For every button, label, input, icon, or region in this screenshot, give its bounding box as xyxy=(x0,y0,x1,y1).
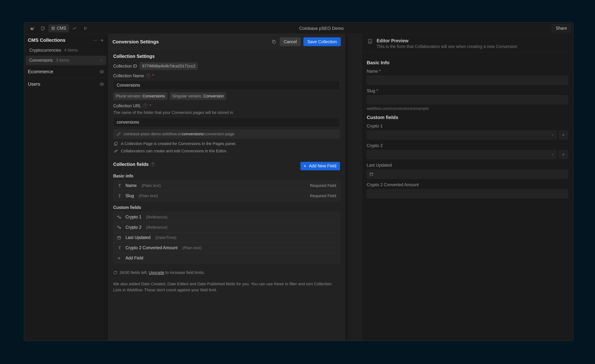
collection-url-description: The name of the folder that your Convers… xyxy=(113,110,340,115)
sidebar-section-ecommerce[interactable]: Ecommerce xyxy=(24,65,108,78)
editor-preview-subtitle: This is the form that Collaborators will… xyxy=(377,44,517,49)
crypto2-amount-label: Crypto 2 Converted Amount xyxy=(367,182,568,187)
cms-nav-button[interactable]: CMS xyxy=(48,24,69,32)
sidebar: CMS Collections Cryptocurrencies 4 items xyxy=(24,34,108,341)
pages-icon xyxy=(113,141,118,146)
play-icon[interactable] xyxy=(80,24,91,32)
wrench-icon xyxy=(113,149,118,153)
collection-name-input[interactable] xyxy=(113,80,340,90)
reference-icon xyxy=(117,215,122,219)
field-row-crypto1[interactable]: Crypto 1 (Reference) xyxy=(113,212,340,222)
svg-point-4 xyxy=(96,40,97,41)
field-row-slug[interactable]: T Slug (Plain text) Required Field xyxy=(113,191,340,201)
crypto2-add-button[interactable] xyxy=(559,150,568,159)
crypto1-select[interactable] xyxy=(367,130,557,140)
url-preview: coinbase-pseo-demo.webflow.io/conversion… xyxy=(113,129,340,139)
eye-icon xyxy=(99,82,104,87)
document-arrow-icon xyxy=(367,38,373,45)
sidebar-section-users[interactable]: Users xyxy=(24,78,108,90)
crypto1-label: Crypto 1 xyxy=(367,124,568,129)
field-row-crypto2[interactable]: Crypto 2 (Reference) xyxy=(113,222,340,232)
svg-point-2 xyxy=(93,40,94,41)
help-icon[interactable]: ? xyxy=(146,74,150,78)
crypto2-amount-input[interactable] xyxy=(367,189,568,198)
crypto1-add-button[interactable] xyxy=(559,130,568,140)
slug-input[interactable] xyxy=(367,95,568,104)
topbar: CMS Coinbase pSEO Demo Share xyxy=(24,23,573,34)
svg-point-5 xyxy=(101,71,103,72)
singular-version-chip[interactable]: Singular version: Conversion xyxy=(170,92,226,100)
svg-point-3 xyxy=(95,40,95,41)
calendar-icon xyxy=(367,169,376,179)
collection-name-label: Collection Name xyxy=(113,73,144,78)
add-collection-icon[interactable] xyxy=(100,38,104,42)
link-icon xyxy=(116,132,121,137)
svg-rect-0 xyxy=(41,27,44,30)
share-button[interactable]: Share xyxy=(552,24,571,32)
plus-icon xyxy=(303,164,307,168)
svg-rect-11 xyxy=(118,226,119,227)
field-row-last-updated[interactable]: Last Updated (Date/Time) xyxy=(113,232,340,243)
info-line-2: Collaborators can create and edit Conver… xyxy=(121,149,227,154)
chevron-down-icon xyxy=(551,133,554,136)
calendar-icon xyxy=(117,236,122,240)
more-icon[interactable] xyxy=(93,38,97,42)
save-collection-button[interactable]: Save Collection xyxy=(303,37,341,46)
help-icon[interactable]: ? xyxy=(143,104,148,108)
refresh-icon xyxy=(113,271,117,275)
last-updated-label: Last Updated xyxy=(367,163,568,168)
app-frame: CMS Coinbase pSEO Demo Share CMS Collect… xyxy=(24,22,573,341)
cms-label: CMS xyxy=(57,26,66,31)
editor-preview-title: Editor Preview xyxy=(377,38,517,43)
name-input[interactable] xyxy=(367,76,568,85)
name-label: Name * xyxy=(367,69,568,74)
svg-rect-12 xyxy=(120,228,121,229)
info-line-1: A Collection Page is created for Convers… xyxy=(121,141,236,146)
collection-item-cryptocurrencies[interactable]: Cryptocurrencies 4 items xyxy=(26,46,106,55)
collection-id-value[interactable]: 6779868a4b4b7dca20171cc2 xyxy=(140,62,198,70)
field-row-crypto2-amount[interactable]: T Crypto 2 Converted Amount (Plain text) xyxy=(113,243,340,253)
settings-panel: Conversion Settings Cancel Save Collecti… xyxy=(108,34,345,341)
fields-limit-footer: 26/30 fields left. Upgrade to increase f… xyxy=(108,267,345,278)
crypto2-label: Crypto 2 xyxy=(367,143,568,148)
add-field-row[interactable]: Add Field xyxy=(113,253,340,263)
autofields-note: We also added Date Created, Date Edited … xyxy=(108,278,345,298)
upgrade-link[interactable]: Upgrade xyxy=(149,270,164,275)
help-icon[interactable]: ? xyxy=(150,162,155,167)
basic-fields-list: T Name (Plain text) Required Field T Slu… xyxy=(113,180,340,201)
settings-title: Conversion Settings xyxy=(113,39,159,45)
required-asterisk: * xyxy=(152,73,154,78)
basic-info-heading: Basic Info xyxy=(367,60,568,66)
slug-label: Slug * xyxy=(367,88,568,93)
eye-icon xyxy=(99,69,104,74)
webflow-logo[interactable] xyxy=(26,24,37,32)
reference-icon xyxy=(117,226,122,229)
custom-fields-heading: Custom fields xyxy=(367,115,568,120)
text-icon: T xyxy=(117,245,122,250)
custom-fields-group-label: Custom fields xyxy=(113,205,340,210)
project-title: Coinbase pSEO Demo xyxy=(91,26,552,31)
add-page-icon[interactable] xyxy=(37,24,48,32)
collection-url-input[interactable] xyxy=(113,117,340,127)
database-icon xyxy=(51,27,55,30)
plural-version-chip[interactable]: Plural version: Conversions xyxy=(113,92,167,100)
add-new-field-button[interactable]: Add New Field xyxy=(300,162,340,170)
crypto2-select[interactable] xyxy=(367,150,557,159)
svg-point-6 xyxy=(101,84,103,85)
cancel-button[interactable]: Cancel xyxy=(280,37,301,46)
copy-icon[interactable] xyxy=(270,38,277,45)
svg-rect-15 xyxy=(370,173,373,176)
collection-settings-heading: Collection Settings xyxy=(113,54,340,59)
analytics-icon[interactable] xyxy=(69,24,80,32)
collection-item-conversions[interactable]: Conversions 3 items xyxy=(26,56,106,65)
svg-rect-13 xyxy=(118,236,121,239)
collections-title: CMS Collections xyxy=(28,37,65,43)
plus-icon xyxy=(117,256,122,260)
collection-url-label: Collection URL xyxy=(113,104,141,108)
svg-rect-8 xyxy=(115,142,117,145)
field-row-name[interactable]: T Name (Plain text) Required Field xyxy=(113,181,340,191)
editor-preview-panel: Editor Preview This is the form that Col… xyxy=(361,34,573,341)
chevron-down-icon xyxy=(551,153,554,156)
last-updated-input[interactable] xyxy=(376,169,568,179)
collection-fields-heading: Collection fields xyxy=(113,162,149,167)
